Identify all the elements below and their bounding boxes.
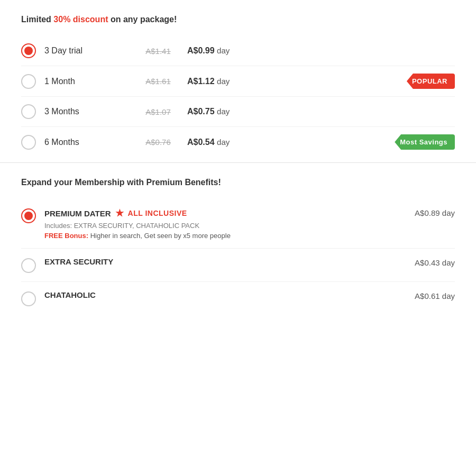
addons-list: PREMIUM DATER★ALL INCLUSIVEIncludes: EXT… <box>21 199 455 315</box>
plan-unit-1month: day <box>217 77 230 86</box>
plans-section: Limited 30% discount on any package! 3 D… <box>0 0 476 162</box>
plan-discounted-6months: A$0.54 day <box>187 138 395 147</box>
addon-content-extra-security: EXTRA SECURITY <box>44 257 415 266</box>
addon-content-chataholic: CHATAHOLIC <box>44 290 415 299</box>
addon-row-premium-dater[interactable]: PREMIUM DATER★ALL INCLUSIVEIncludes: EXT… <box>21 199 455 249</box>
plan-discounted-1month: A$1.12 day <box>187 77 407 86</box>
radio-6months[interactable] <box>21 135 36 150</box>
plan-original-price-6months: A$0.76 <box>129 138 187 147</box>
addon-title-premium-dater: PREMIUM DATER★ALL INCLUSIVE <box>44 207 404 219</box>
addon-row-extra-security[interactable]: EXTRA SECURITYA$0.43 day <box>21 249 455 282</box>
plan-discounted-3day: A$0.99 day <box>187 46 455 56</box>
radio-1month[interactable] <box>21 74 36 89</box>
plan-name-3months: 3 Months <box>44 107 129 116</box>
addon-price-chataholic: A$0.61 day <box>415 290 455 300</box>
radio-3months[interactable] <box>21 104 36 119</box>
discount-heading: Limited 30% discount on any package! <box>21 15 455 24</box>
plans-list: 3 Day trialA$1.41A$0.99 day1 MonthA$1.61… <box>21 36 455 157</box>
addon-name-premium-dater: PREMIUM DATER <box>44 209 111 218</box>
addon-title-chataholic: CHATAHOLIC <box>44 290 404 299</box>
plan-discounted-3months: A$0.75 day <box>187 107 455 116</box>
star-icon: ★ <box>115 207 124 219</box>
plan-row-6months[interactable]: 6 MonthsA$0.76A$0.54 dayMost Savings <box>21 127 455 157</box>
radio-addon-extra-security[interactable] <box>21 258 36 273</box>
addon-free-bonus-premium-dater: FREE Bonus: Higher in search, Get seen b… <box>44 232 404 240</box>
plan-name-3day: 3 Day trial <box>44 46 129 56</box>
radio-addon-premium-dater[interactable] <box>21 208 36 223</box>
addon-includes-premium-dater: Includes: EXTRA SECURITY, CHATAHOLIC PAC… <box>44 222 404 230</box>
addon-content-premium-dater: PREMIUM DATER★ALL INCLUSIVEIncludes: EXT… <box>44 207 415 240</box>
discount-highlight: 30% discount <box>53 15 108 24</box>
addon-name-chataholic: CHATAHOLIC <box>44 290 96 299</box>
savings-badge: Most Savings <box>395 134 455 150</box>
addon-title-extra-security: EXTRA SECURITY <box>44 257 404 266</box>
discount-suffix: on any package! <box>108 15 177 24</box>
plan-unit-6months: day <box>217 138 230 147</box>
all-inclusive-label: ALL INCLUSIVE <box>128 209 187 217</box>
plan-original-price-3day: A$1.41 <box>129 47 187 56</box>
addons-section: Expand your Membership with Premium Bene… <box>0 163 476 327</box>
membership-heading: Expand your Membership with Premium Bene… <box>21 178 455 187</box>
radio-3day[interactable] <box>21 43 36 58</box>
plan-row-1month[interactable]: 1 MonthA$1.61A$1.12 dayPOPULAR <box>21 66 455 97</box>
plan-name-6months: 6 Months <box>44 138 129 147</box>
discount-prefix: Limited <box>21 15 53 24</box>
addon-price-extra-security: A$0.43 day <box>415 257 455 267</box>
plan-row-3day[interactable]: 3 Day trialA$1.41A$0.99 day <box>21 36 455 66</box>
addon-price-premium-dater: A$0.89 day <box>415 207 455 217</box>
plan-unit-3day: day <box>217 46 230 55</box>
popular-badge: POPULAR <box>407 74 455 89</box>
plan-row-3months[interactable]: 3 MonthsA$1.07A$0.75 day <box>21 97 455 127</box>
radio-addon-chataholic[interactable] <box>21 291 36 306</box>
addon-row-chataholic[interactable]: CHATAHOLICA$0.61 day <box>21 282 455 315</box>
plan-original-price-3months: A$1.07 <box>129 107 187 116</box>
plan-name-1month: 1 Month <box>44 77 129 86</box>
plan-original-price-1month: A$1.61 <box>129 77 187 86</box>
addon-name-extra-security: EXTRA SECURITY <box>44 257 113 266</box>
free-bonus-label: FREE Bonus: <box>44 232 88 240</box>
plan-unit-3months: day <box>217 107 230 116</box>
